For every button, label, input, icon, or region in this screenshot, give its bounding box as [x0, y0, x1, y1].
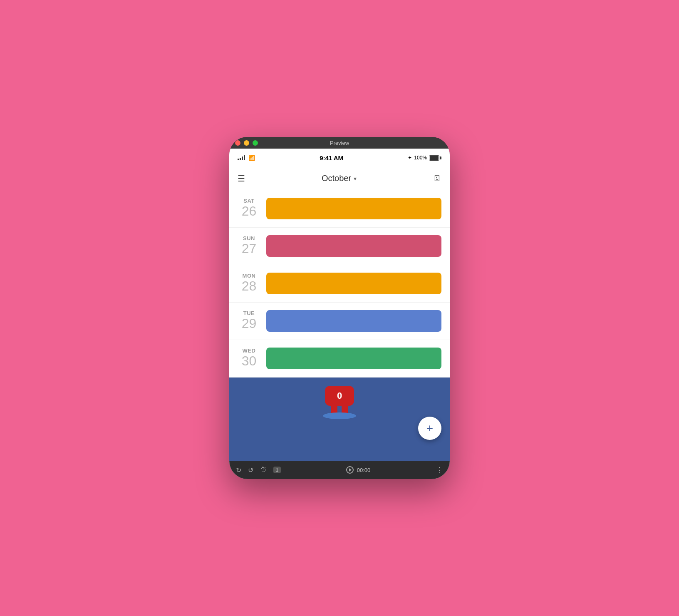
- battery-icon: [429, 155, 441, 161]
- more-options-button[interactable]: ⋮: [436, 465, 443, 474]
- signal-icon: [238, 155, 245, 160]
- bottom-section: 0 +: [229, 378, 450, 461]
- day-number: 28: [242, 279, 257, 293]
- event-area: [266, 273, 441, 294]
- event-area: [266, 198, 441, 219]
- mascot-container: 0: [321, 386, 358, 419]
- bluetooth-icon: ✦: [408, 155, 412, 161]
- timer-display: 00:00: [357, 467, 371, 473]
- day-number: 30: [242, 354, 257, 368]
- phone-screen: 📶 9:41 AM ✦ 100% ☰ October ▾ 🗓: [229, 149, 450, 479]
- event-area: [266, 310, 441, 332]
- app-header: ☰ October ▾ 🗓: [229, 167, 450, 190]
- day-number: 27: [242, 241, 257, 256]
- day-number: 29: [242, 316, 257, 331]
- add-event-button[interactable]: +: [418, 417, 441, 440]
- wifi-icon: 📶: [248, 155, 255, 161]
- mascot-head: 0: [325, 386, 354, 406]
- mac-titlebar: Preview: [229, 137, 450, 149]
- refresh-alt-icon[interactable]: ↺: [248, 466, 253, 474]
- close-button[interactable]: [235, 140, 240, 146]
- bottom-toolbar: ↻ ↺ ⏱ 1 00:00 ⋮: [229, 461, 450, 479]
- mascot-badge: 0: [337, 390, 342, 401]
- window-title: Preview: [330, 140, 349, 146]
- status-left: 📶: [238, 155, 255, 161]
- event-bar[interactable]: [266, 273, 441, 294]
- day-label: MON28: [238, 273, 260, 293]
- maximize-button[interactable]: [253, 140, 258, 146]
- toolbar-center: 00:00: [346, 466, 371, 474]
- menu-button[interactable]: ☰: [238, 174, 245, 184]
- day-row[interactable]: SUN27: [229, 228, 450, 265]
- mascot: 0: [321, 386, 358, 419]
- day-label: SAT26: [238, 198, 260, 219]
- day-row[interactable]: MON28: [229, 265, 450, 303]
- status-right: ✦ 100%: [408, 155, 441, 161]
- chevron-down-icon: ▾: [354, 175, 357, 182]
- day-name: SAT: [243, 198, 255, 204]
- device-frame: Preview 📶 9:41 AM ✦ 100%: [229, 137, 450, 479]
- day-label: TUE29: [238, 310, 260, 331]
- status-bar: 📶 9:41 AM ✦ 100%: [229, 149, 450, 167]
- month-label: October: [322, 174, 351, 183]
- event-area: [266, 348, 441, 369]
- day-row[interactable]: WED30: [229, 340, 450, 378]
- day-number: 26: [242, 204, 257, 219]
- badge-counter[interactable]: 1: [273, 467, 281, 473]
- event-area: [266, 235, 441, 257]
- day-label: WED30: [238, 348, 260, 368]
- day-name: MON: [243, 273, 256, 279]
- clock-icon[interactable]: ⏱: [260, 466, 267, 474]
- plus-icon: +: [426, 422, 433, 435]
- day-row[interactable]: SAT26: [229, 190, 450, 228]
- event-bar[interactable]: [266, 310, 441, 332]
- month-selector[interactable]: October ▾: [322, 174, 357, 183]
- event-bar[interactable]: [266, 235, 441, 257]
- minimize-button[interactable]: [244, 140, 249, 146]
- calendar-list: SAT26SUN27MON28TUE29WED30: [229, 190, 450, 378]
- event-bar[interactable]: [266, 348, 441, 369]
- status-time: 9:41 AM: [320, 154, 343, 161]
- play-icon: [349, 468, 352, 472]
- day-name: SUN: [243, 235, 255, 241]
- event-bar[interactable]: [266, 198, 441, 219]
- mascot-base: [323, 412, 356, 419]
- day-name: TUE: [243, 310, 255, 316]
- day-row[interactable]: TUE29: [229, 303, 450, 340]
- play-button[interactable]: [346, 466, 354, 474]
- day-name: WED: [243, 348, 256, 354]
- calendar-button[interactable]: 🗓: [433, 174, 441, 183]
- refresh-icon[interactable]: ↻: [236, 466, 241, 474]
- day-label: SUN27: [238, 235, 260, 256]
- battery-percent: 100%: [414, 155, 427, 161]
- toolbar-left: ↻ ↺ ⏱ 1: [236, 466, 281, 474]
